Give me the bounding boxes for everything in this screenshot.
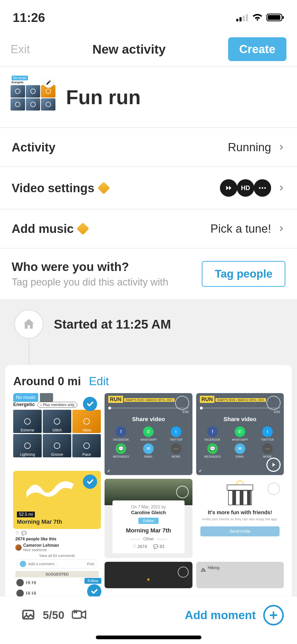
profile-follow-button[interactable]: Follow xyxy=(138,518,158,524)
dark-map-tile[interactable]: ★ xyxy=(105,562,192,588)
music-cell[interactable]: Pace xyxy=(72,434,101,457)
relive-title: Morning Mar 7th xyxy=(17,518,62,525)
hiking-icon xyxy=(200,565,207,572)
moment-card: Around 0 mi Edit No music Energetic ♪ Pl… xyxy=(5,365,292,600)
music-picker-tile[interactable]: No music Energetic ♪ Plus members only. … xyxy=(13,393,101,467)
avatar xyxy=(15,544,22,551)
video-time: 0:01 xyxy=(200,410,280,414)
share-video-tile[interactable]: RUN RAMY'S RUN • MARCH 30TH, 2021 0:02 S… xyxy=(105,393,192,475)
photos-icon[interactable] xyxy=(21,608,35,623)
create-button[interactable]: Create xyxy=(228,37,286,61)
timeline-started-label: Started at 11:25 AM xyxy=(54,317,171,332)
music-cell[interactable]: Extreme xyxy=(13,410,42,433)
hiking-tile[interactable]: Hiking xyxy=(196,562,284,588)
premium-icon xyxy=(97,182,110,194)
home-indicator[interactable] xyxy=(96,636,201,639)
more-icon xyxy=(254,179,271,197)
whatsapp-icon[interactable]: ✆ xyxy=(143,426,154,437)
comment-input[interactable] xyxy=(28,562,85,566)
chevron-right-icon xyxy=(277,222,285,235)
moment-distance: Around 0 mi xyxy=(13,375,81,388)
email-icon[interactable]: ✉ xyxy=(143,443,154,454)
messages-icon[interactable]: 💬 xyxy=(207,443,218,454)
email-icon[interactable]: ✉ xyxy=(235,443,245,454)
activity-title-row: No music Energetic Fun run xyxy=(0,67,297,128)
download-icon[interactable]: ↙ xyxy=(107,468,111,473)
share-video-tile[interactable]: RUN RAMY'S RUN • MARCH 30TH, 2021 0:01 S… xyxy=(196,393,284,475)
music-plus-pill: ♪ Plus members only. xyxy=(37,402,77,408)
video-slider[interactable] xyxy=(108,408,188,408)
tag-people-row: Who were you with? Tag people you did th… xyxy=(0,249,297,299)
twitter-icon[interactable]: t xyxy=(262,426,273,437)
facebook-icon[interactable]: f xyxy=(116,426,126,437)
view-all-comments[interactable]: View all 83 comments xyxy=(15,554,99,558)
chevron-right-icon xyxy=(277,181,285,195)
music-energetic-label: Energetic xyxy=(13,402,35,407)
share-header-label: RUN xyxy=(200,396,214,403)
comment-compose[interactable]: Post xyxy=(16,559,98,568)
more-share-icon[interactable]: ⋯ xyxy=(171,443,181,454)
relive-post-tile[interactable]: 52.5 mi Morning Mar 7th ♡ 💬 2674 people … xyxy=(13,471,101,600)
video-time: 0:02 xyxy=(108,410,188,414)
send-invite-button[interactable]: Send invite xyxy=(200,526,280,536)
post-button[interactable]: Post xyxy=(87,562,94,566)
play-icon[interactable] xyxy=(266,458,281,472)
profile-name: Caroline Gleich xyxy=(116,510,181,516)
svg-point-7 xyxy=(259,187,261,189)
suggested-label: SUGGESTED xyxy=(15,571,99,577)
profile-card-tile[interactable]: On 7 Mar, 2021 by Caroline Gleich Follow… xyxy=(105,479,192,558)
invite-friends-tile[interactable]: It's more fun with friends! Invite your … xyxy=(196,479,284,558)
select-circle-icon[interactable] xyxy=(176,486,189,498)
chevron-right-icon xyxy=(277,141,285,154)
share-sub-label: RAMY'S RUN • MARCH 30TH, 2021 xyxy=(124,398,175,402)
whatsapp-icon[interactable]: ✆ xyxy=(235,426,245,437)
comment-text: Nice seahorse xyxy=(23,548,59,552)
activity-thumbnail[interactable]: No music Energetic xyxy=(11,75,55,119)
share-title: Share video xyxy=(200,416,280,423)
commenter-name: Cameron Lehman xyxy=(23,543,59,548)
profile-date: On 7 Mar, 2021 by xyxy=(116,505,181,509)
follow-button[interactable]: Follow xyxy=(84,578,101,584)
premium-icon xyxy=(77,222,89,235)
svg-rect-3 xyxy=(246,14,248,21)
profile-activity-title: Morning Mar 7th xyxy=(116,527,181,534)
video-settings-label: Video settings xyxy=(12,181,95,195)
battery-icon xyxy=(266,13,284,22)
more-share-icon[interactable]: ⋯ xyxy=(262,443,273,454)
video-settings-row[interactable]: Video settings HD xyxy=(0,167,297,209)
music-cell[interactable]: Groove xyxy=(43,434,71,457)
add-moment-label[interactable]: Add moment xyxy=(185,609,256,622)
tag-people-title: Who were you with? xyxy=(12,260,168,274)
exit-button[interactable]: Exit xyxy=(11,43,30,56)
moment-edit-button[interactable]: Edit xyxy=(89,375,109,388)
suggested-user-name: Hi Hi xyxy=(26,591,36,596)
tag-people-subtitle: Tag people you did this activity with xyxy=(12,277,168,288)
messages-icon[interactable]: 💬 xyxy=(116,443,126,454)
edit-thumbnail-icon[interactable] xyxy=(43,77,54,88)
tag-people-button[interactable]: Tag people xyxy=(202,261,285,287)
download-icon[interactable]: ↙ xyxy=(199,468,202,473)
twitter-icon[interactable]: t xyxy=(171,426,181,437)
select-circle-icon[interactable] xyxy=(267,482,280,495)
route-shape-icon xyxy=(24,476,77,500)
wifi-icon xyxy=(252,13,263,22)
gift-icon xyxy=(228,484,252,505)
video-camera-icon[interactable] xyxy=(72,609,87,622)
add-music-row[interactable]: Add music Pick a tune! xyxy=(0,209,297,249)
activity-type-row[interactable]: Activity Running xyxy=(0,128,297,167)
thumb-tab-label: No music xyxy=(12,76,28,80)
svg-rect-1 xyxy=(239,17,242,21)
add-moment-button[interactable] xyxy=(263,605,284,625)
like-icon[interactable]: ♡ 💬 xyxy=(15,531,99,536)
check-icon xyxy=(83,397,97,411)
activity-name[interactable]: Fun run xyxy=(66,86,141,109)
video-slider[interactable] xyxy=(200,408,280,408)
music-cell[interactable]: Vibes xyxy=(72,410,101,433)
music-tab-no-music[interactable]: No music xyxy=(13,393,38,402)
music-tab-other[interactable] xyxy=(40,393,53,402)
music-cell[interactable]: Glitch xyxy=(43,410,71,433)
facebook-icon[interactable]: f xyxy=(207,426,218,437)
select-circle-icon[interactable] xyxy=(178,567,189,578)
music-cell[interactable]: Lightning xyxy=(13,434,42,457)
suggested-user-name: Hi Hi xyxy=(26,580,36,586)
